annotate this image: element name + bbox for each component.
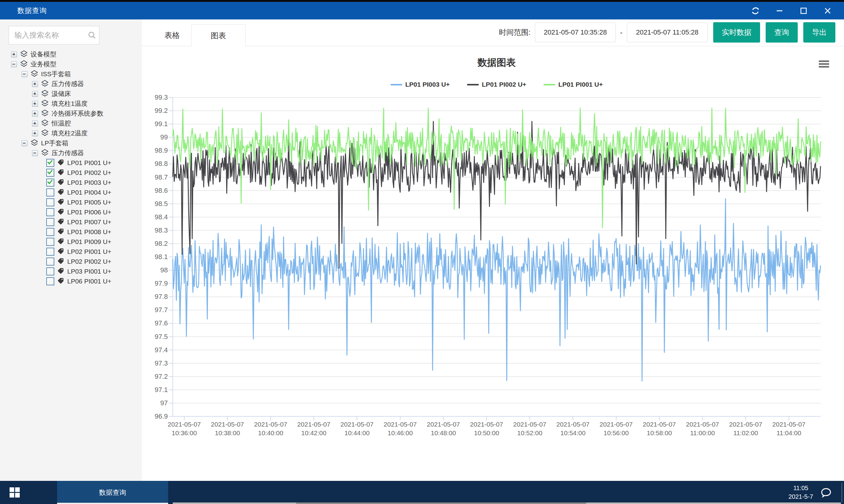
tree-leaf[interactable]: LP01 PI006 U+	[0, 207, 142, 217]
tree-leaf[interactable]: LP01 PI001 U+	[0, 158, 142, 168]
x-tick-time: 11:04:00	[761, 429, 816, 437]
taskbar-app-button[interactable]: 数据查询	[57, 481, 168, 504]
checkbox-unchecked[interactable]	[46, 218, 54, 226]
maximize-button[interactable]	[792, 2, 815, 19]
expand-plus-icon[interactable]	[11, 52, 17, 57]
tree-node[interactable]: 压力传感器	[0, 148, 142, 158]
tree-node[interactable]: 设备模型	[0, 49, 142, 59]
tree-leaf[interactable]: LP01 PI007 U+	[0, 217, 142, 227]
maximize-icon	[799, 6, 808, 15]
chart-menu-button[interactable]	[819, 60, 830, 69]
tree-node[interactable]: 业务模型	[0, 59, 142, 69]
export-button[interactable]: 导出	[803, 22, 836, 42]
checkbox-unchecked[interactable]	[46, 277, 54, 285]
y-axis-tick-label: 97.8	[129, 292, 168, 301]
tab-table[interactable]: 表格	[151, 24, 193, 46]
checkbox-unchecked[interactable]	[46, 208, 54, 216]
tree-node-label: 填充柱2温度	[52, 129, 88, 138]
tree-leaf[interactable]: LP01 PI004 U+	[0, 187, 142, 197]
y-axis-tick-label: 98.1	[129, 253, 168, 261]
tree-leaf[interactable]: LP01 PI008 U+	[0, 227, 142, 237]
y-axis-tick-label: 98.8	[129, 160, 168, 168]
tree-leaf[interactable]: LP01 PI009 U+	[0, 237, 142, 247]
tree-leaf[interactable]: LP06 PI001 U+	[0, 276, 142, 286]
legend-series-name: LP01 PI003 U+	[405, 81, 450, 88]
time-range-label: 时间范围:	[499, 28, 531, 37]
expand-plus-icon[interactable]	[32, 101, 38, 107]
checkbox-unchecked[interactable]	[46, 248, 54, 256]
tree-node[interactable]: 压力传感器	[0, 79, 142, 89]
checkbox-unchecked[interactable]	[46, 238, 54, 246]
tag-icon	[57, 228, 65, 236]
y-axis-tick-label: 98.6	[129, 186, 168, 195]
start-button[interactable]	[0, 481, 30, 504]
realtime-data-button[interactable]: 实时数据	[713, 22, 760, 42]
search-box	[8, 26, 99, 44]
y-axis-tick-label: 98	[129, 266, 168, 274]
close-icon	[823, 6, 832, 15]
checkbox-unchecked[interactable]	[46, 267, 54, 275]
taskbar-app-label: 数据查询	[99, 488, 126, 497]
expand-plus-icon[interactable]	[32, 121, 38, 126]
chart-legend: LP01 PI003 U+LP01 PI002 U+LP01 PI001 U+	[173, 81, 821, 88]
tree-node[interactable]: 填充柱2温度	[0, 128, 142, 138]
time-to-input[interactable]	[627, 22, 708, 42]
checkbox-checked[interactable]	[46, 179, 54, 186]
windows-logo-icon	[10, 487, 20, 498]
tag-icon	[57, 178, 65, 187]
tree-node[interactable]: 汲储床	[0, 89, 142, 99]
range-separator: -	[620, 28, 623, 37]
y-axis-tick-label: 98.3	[129, 226, 168, 235]
tag-icon	[57, 267, 65, 276]
tree-leaf[interactable]: LP02 PI002 U+	[0, 257, 142, 267]
close-button[interactable]	[815, 2, 840, 19]
collapse-minus-icon[interactable]	[22, 140, 28, 146]
tree-node-label: LP01 PI003 U+	[67, 179, 111, 186]
tree-leaf[interactable]: LP01 PI005 U+	[0, 197, 142, 207]
tree-node[interactable]: 冷热循环系统参数	[0, 109, 142, 119]
expand-plus-icon[interactable]	[32, 111, 38, 116]
checkbox-unchecked[interactable]	[46, 188, 54, 197]
expand-plus-icon[interactable]	[32, 130, 38, 136]
show-desktop-separator[interactable]	[842, 483, 842, 502]
layers-icon	[41, 89, 49, 98]
checkbox-unchecked[interactable]	[46, 228, 54, 236]
window-controls	[743, 2, 840, 19]
notification-bubble-icon[interactable]	[820, 488, 832, 499]
tree-leaf[interactable]: LP01 PI003 U+	[0, 178, 142, 187]
collapse-minus-icon[interactable]	[22, 71, 28, 77]
checkbox-checked[interactable]	[46, 169, 54, 177]
tree-leaf[interactable]: LP03 PI001 U+	[0, 267, 142, 276]
collapse-minus-icon[interactable]	[32, 150, 38, 156]
checkbox-unchecked[interactable]	[46, 257, 54, 266]
legend-item[interactable]: LP01 PI002 U+	[467, 81, 526, 88]
query-button[interactable]: 查询	[766, 22, 798, 42]
taskbar-clock[interactable]: 11:05 2021-5-7	[789, 484, 813, 501]
expand-plus-icon[interactable]	[32, 81, 38, 87]
tree-leaf[interactable]: LP02 PI001 U+	[0, 247, 142, 257]
tree-node[interactable]: ISS手套箱	[0, 69, 142, 79]
horizontal-scrollbar-thumb[interactable]	[296, 502, 586, 504]
tree-node[interactable]: 填充柱1温度	[0, 99, 142, 109]
tree-node-label: 压力传感器	[52, 79, 84, 88]
refresh-button[interactable]	[743, 2, 768, 19]
legend-item[interactable]: LP01 PI003 U+	[391, 81, 450, 88]
minimize-button[interactable]	[768, 2, 792, 19]
tree-node-label: LP手套箱	[41, 139, 69, 147]
tree-node-label: LP01 PI005 U+	[67, 199, 111, 206]
tree-node[interactable]: 恒温腔	[0, 119, 142, 128]
search-input[interactable]	[9, 26, 92, 44]
collapse-minus-icon[interactable]	[11, 61, 17, 67]
checkbox-unchecked[interactable]	[46, 198, 54, 206]
y-axis-tick-label: 96.9	[129, 412, 168, 421]
time-from-input[interactable]	[535, 22, 616, 42]
legend-item[interactable]: LP01 PI001 U+	[543, 81, 603, 88]
tab-chart[interactable]: 图表	[191, 24, 246, 47]
expand-plus-icon[interactable]	[32, 91, 38, 97]
tree-node-label: ISS手套箱	[41, 70, 71, 78]
tree-leaf[interactable]: LP01 PI002 U+	[0, 168, 142, 178]
clock-time: 11:05	[789, 484, 813, 492]
checkbox-checked[interactable]	[46, 159, 54, 167]
tree-node[interactable]: LP手套箱	[0, 138, 142, 148]
search-icon[interactable]	[87, 31, 96, 41]
